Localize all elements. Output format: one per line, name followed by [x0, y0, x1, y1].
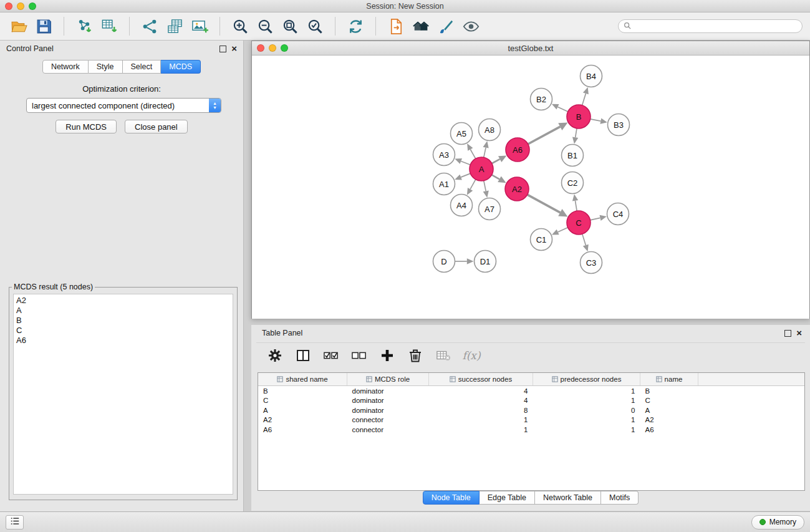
graph-node-A1[interactable]: A1 — [433, 173, 455, 195]
mcds-result-item[interactable]: B — [16, 316, 233, 326]
table-cell[interactable]: 1 — [533, 386, 640, 396]
graph-node-A5[interactable]: A5 — [451, 123, 473, 145]
graph-edge-A-A7[interactable] — [484, 181, 486, 191]
import-table-file-button[interactable] — [99, 16, 120, 37]
table-cell[interactable]: B — [258, 386, 347, 396]
close-panel-button[interactable]: Close panel — [125, 120, 188, 133]
graph-node-B4[interactable]: B4 — [581, 65, 602, 87]
graph-edge-C-C1[interactable] — [558, 228, 568, 232]
graph-node-B1[interactable]: B1 — [562, 145, 584, 167]
select-all-button[interactable] — [320, 346, 342, 365]
graph-node-D1[interactable]: D1 — [475, 251, 496, 273]
table-cell[interactable]: connector — [347, 425, 429, 435]
graph-node-B2[interactable]: B2 — [531, 89, 552, 110]
add-button[interactable] — [376, 346, 398, 365]
run-mcds-button[interactable]: Run MCDS — [55, 120, 117, 133]
column-header-shared-name[interactable]: shared name — [258, 373, 347, 386]
tab-style[interactable]: Style — [89, 60, 123, 74]
table-cell[interactable]: 4 — [429, 386, 533, 396]
mcds-result-item[interactable]: A6 — [16, 336, 233, 346]
network-canvas[interactable]: B4B2BB3A5A8A6A3B1AC2A1A2A4A7C4CC1DD1C3 — [252, 56, 809, 319]
open-document-button[interactable] — [385, 16, 407, 37]
graph-node-A3[interactable]: A3 — [433, 144, 455, 166]
graph-edge-A2-C[interactable] — [528, 195, 561, 213]
graph-node-C[interactable]: C — [567, 211, 591, 235]
table-cell[interactable]: dominator — [347, 396, 429, 406]
tab-select[interactable]: Select — [123, 60, 162, 74]
table-row[interactable]: A2connector11A2 — [258, 415, 804, 425]
new-table-button[interactable] — [164, 16, 185, 37]
graph-node-A[interactable]: A — [470, 157, 493, 181]
graph-edge-B-B3[interactable] — [591, 119, 601, 121]
table-row[interactable]: Cdominator41C — [258, 396, 804, 406]
table-cell[interactable]: 4 — [429, 396, 533, 406]
table-cell[interactable]: connector — [347, 415, 429, 425]
table-cell[interactable]: 0 — [533, 405, 640, 415]
tab-network[interactable]: Network — [42, 60, 89, 74]
graph-edge-B-B2[interactable] — [558, 107, 568, 112]
table-row[interactable]: Bdominator41B — [258, 386, 804, 396]
zoom-out-button[interactable] — [254, 16, 276, 37]
table-cell[interactable]: A — [640, 405, 698, 415]
eye-button[interactable] — [460, 16, 481, 37]
table-cell[interactable]: 1 — [429, 415, 533, 425]
mcds-result-list[interactable]: A2ABCA6 — [13, 294, 233, 495]
column-header-mcds-role[interactable]: MCDS role — [347, 373, 429, 386]
hide-column-button[interactable] — [432, 346, 455, 365]
table-row[interactable]: Adominator80A — [258, 405, 804, 415]
save-button[interactable] — [33, 16, 54, 37]
table-cell[interactable]: dominator — [347, 405, 429, 415]
tab-network-table[interactable]: Network Table — [535, 491, 601, 505]
table-row[interactable]: A6connector11A6 — [258, 425, 804, 435]
graph-node-B[interactable]: B — [567, 105, 591, 128]
graph-edge-B-B1[interactable] — [576, 128, 577, 137]
graph-node-A2[interactable]: A2 — [505, 177, 529, 201]
function-button[interactable]: f(x) — [460, 346, 483, 365]
graph-node-C2[interactable]: C2 — [562, 172, 584, 194]
graph-node-C4[interactable]: C4 — [607, 203, 629, 225]
table-cell[interactable]: dominator — [347, 386, 429, 396]
home-button[interactable] — [410, 16, 432, 37]
mcds-result-item[interactable]: C — [16, 326, 233, 336]
column-header-name[interactable]: name — [640, 373, 698, 386]
mcds-result-item[interactable]: A2 — [16, 296, 233, 306]
graph-node-A4[interactable]: A4 — [451, 195, 473, 216]
graph-edge-C-C4[interactable] — [591, 218, 600, 220]
graph-edge-A-A1[interactable] — [461, 173, 470, 177]
import-network-file-button[interactable] — [74, 16, 95, 37]
search-input[interactable] — [634, 21, 797, 31]
graph-node-C1[interactable]: C1 — [531, 229, 552, 251]
graph-node-B3[interactable]: B3 — [608, 114, 630, 136]
table-cell[interactable]: A — [258, 405, 347, 415]
table-cell[interactable]: C — [640, 396, 698, 406]
table-cell[interactable]: B — [640, 386, 698, 396]
table-cell[interactable]: C — [258, 396, 347, 406]
graph-edge-A-A5[interactable] — [470, 150, 475, 159]
zoom-selected-button[interactable] — [304, 16, 325, 37]
graph-edge-A-A3[interactable] — [461, 162, 470, 165]
graph-edge-B-B4[interactable] — [582, 94, 586, 105]
table-cell[interactable]: A6 — [640, 425, 698, 435]
graph-edge-C-C2[interactable] — [576, 201, 577, 211]
table-cell[interactable]: 8 — [429, 405, 533, 415]
new-network-button[interactable] — [139, 16, 160, 37]
float-table-panel-icon[interactable] — [784, 330, 791, 337]
graph-node-D[interactable]: D — [433, 251, 455, 273]
table-cell[interactable]: 1 — [533, 425, 640, 435]
zoom-fit-button[interactable] — [279, 16, 301, 37]
graph-edge-A-A8[interactable] — [484, 148, 486, 158]
tab-mcds[interactable]: MCDS — [161, 60, 201, 74]
column-header-predecessor-nodes[interactable]: predecessor nodes — [533, 373, 640, 386]
graph-node-A8[interactable]: A8 — [479, 119, 501, 141]
table-cell[interactable]: 1 — [533, 396, 640, 406]
mcds-result-item[interactable]: A — [16, 306, 233, 316]
graph-edge-A-A2[interactable] — [492, 175, 499, 179]
zoom-in-button[interactable] — [229, 16, 251, 37]
deselect-all-button[interactable] — [348, 346, 370, 365]
export-image-button[interactable] — [189, 16, 210, 37]
tab-edge-table[interactable]: Edge Table — [480, 491, 535, 505]
style-brush-button[interactable] — [435, 16, 456, 37]
optimization-criterion-dropdown[interactable]: largest connected component (directed) ▴… — [26, 98, 221, 113]
close-table-panel-icon[interactable]: × — [796, 329, 802, 337]
graph-edge-C-C3[interactable] — [582, 234, 586, 245]
